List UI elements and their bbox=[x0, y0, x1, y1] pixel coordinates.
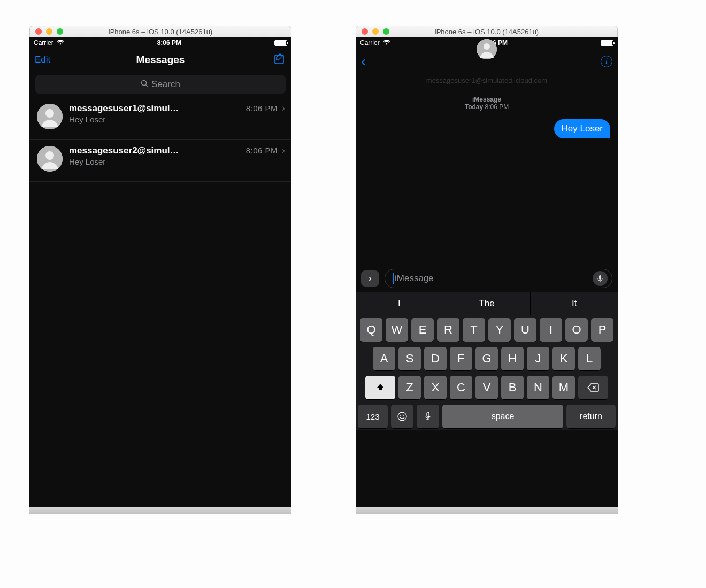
minimize-window-button[interactable] bbox=[46, 28, 52, 35]
svg-rect-9 bbox=[599, 275, 601, 280]
keyboard-row-2: A S D F G H J K L bbox=[358, 347, 616, 370]
key-g[interactable]: G bbox=[475, 347, 498, 370]
chevron-right-icon: › bbox=[369, 274, 371, 283]
conversation-list: messagesuser1@simul… 8:06 PM › Hey Loser… bbox=[29, 97, 291, 182]
close-window-button[interactable] bbox=[362, 28, 368, 35]
compose-button[interactable] bbox=[273, 53, 286, 66]
keyboard-row-4: 123 space return bbox=[358, 405, 616, 428]
key-x[interactable]: X bbox=[424, 376, 447, 399]
recipient-label: messagesuser1@simulated.icloud.com bbox=[356, 75, 618, 88]
backspace-key[interactable] bbox=[578, 376, 608, 399]
key-f[interactable]: F bbox=[450, 347, 472, 370]
carrier-label: Carrier bbox=[34, 39, 53, 47]
key-s[interactable]: S bbox=[398, 347, 421, 370]
conversation-row[interactable]: messagesuser1@simul… 8:06 PM › Hey Loser bbox=[29, 97, 291, 140]
key-i[interactable]: I bbox=[540, 318, 562, 342]
wifi-icon bbox=[383, 39, 390, 47]
back-button[interactable]: ‹ bbox=[361, 54, 366, 69]
prediction-cell[interactable]: I bbox=[356, 292, 443, 315]
keyboard: Q W E R T Y U I O P A S D F G H J K L bbox=[356, 315, 618, 430]
zoom-window-button[interactable] bbox=[383, 28, 389, 35]
chevron-right-icon: › bbox=[282, 103, 285, 114]
wifi-icon bbox=[57, 39, 64, 47]
zoom-window-button[interactable] bbox=[57, 28, 63, 35]
compose-icon bbox=[273, 53, 286, 66]
key-j[interactable]: J bbox=[527, 347, 549, 370]
conversation-time: 8:06 PM bbox=[246, 146, 278, 155]
prediction-cell[interactable]: The bbox=[443, 292, 531, 315]
svg-point-11 bbox=[400, 415, 401, 416]
key-d[interactable]: D bbox=[424, 347, 447, 370]
key-y[interactable]: Y bbox=[488, 318, 511, 342]
apps-button[interactable]: › bbox=[361, 270, 379, 287]
key-n[interactable]: N bbox=[527, 376, 549, 399]
key-q[interactable]: Q bbox=[360, 318, 382, 342]
battery-icon bbox=[274, 40, 287, 46]
chevron-right-icon: › bbox=[282, 145, 285, 156]
close-window-button[interactable] bbox=[35, 28, 42, 35]
keyboard-row-3: Z X C V B N M bbox=[358, 376, 616, 399]
shift-icon bbox=[375, 383, 385, 392]
microphone-icon bbox=[596, 275, 604, 282]
key-c[interactable]: C bbox=[450, 376, 472, 399]
macos-dock bbox=[29, 507, 291, 514]
macos-dock bbox=[356, 507, 618, 514]
key-z[interactable]: Z bbox=[398, 376, 421, 399]
conversation-preview: Hey Loser bbox=[69, 157, 285, 166]
avatar-icon bbox=[37, 146, 63, 172]
return-key[interactable]: return bbox=[566, 405, 616, 428]
message-input[interactable]: iMessage bbox=[385, 269, 612, 288]
key-h[interactable]: H bbox=[501, 347, 524, 370]
shift-key[interactable] bbox=[365, 376, 395, 399]
key-b[interactable]: B bbox=[501, 376, 524, 399]
dictation-button[interactable] bbox=[593, 271, 608, 286]
key-u[interactable]: U bbox=[514, 318, 536, 342]
numbers-key[interactable]: 123 bbox=[358, 405, 388, 428]
key-e[interactable]: E bbox=[411, 318, 434, 342]
svg-rect-13 bbox=[427, 412, 429, 417]
key-l[interactable]: L bbox=[578, 347, 601, 370]
info-button[interactable]: i bbox=[601, 56, 612, 67]
key-o[interactable]: O bbox=[565, 318, 588, 342]
key-t[interactable]: T bbox=[463, 318, 485, 342]
svg-point-10 bbox=[398, 412, 406, 421]
battery-icon bbox=[601, 40, 613, 46]
svg-point-8 bbox=[484, 43, 490, 50]
sent-message-bubble[interactable]: Hey Loser bbox=[554, 119, 610, 138]
key-a[interactable]: A bbox=[373, 347, 395, 370]
search-placeholder: Search bbox=[151, 79, 180, 90]
phone-screen: Carrier 8:06 PM Edit Messages Sear bbox=[29, 37, 291, 507]
minimize-window-button[interactable] bbox=[372, 28, 379, 35]
message-transcript[interactable]: iMessage Today 8:06 PM Hey Loser bbox=[356, 88, 618, 265]
status-bar: Carrier 8:06 PM bbox=[29, 37, 291, 48]
key-m[interactable]: M bbox=[552, 376, 575, 399]
window-titlebar[interactable]: iPhone 6s – iOS 10.0 (14A5261u) bbox=[29, 26, 291, 37]
space-key[interactable]: space bbox=[442, 405, 563, 428]
prediction-cell[interactable]: It bbox=[531, 292, 618, 315]
key-r[interactable]: R bbox=[437, 318, 459, 342]
svg-point-6 bbox=[45, 151, 54, 160]
conversation-row[interactable]: messagesuser2@simul… 8:06 PM › Hey Loser bbox=[29, 140, 291, 182]
edit-button[interactable]: Edit bbox=[35, 55, 50, 65]
text-cursor bbox=[393, 273, 394, 284]
microphone-icon bbox=[424, 412, 432, 421]
nav-bar: Edit Messages bbox=[29, 48, 291, 72]
emoji-key[interactable] bbox=[391, 405, 413, 428]
nav-bar: ‹ i bbox=[356, 48, 618, 75]
avatar-icon bbox=[37, 104, 63, 129]
status-time: 8:06 PM bbox=[157, 39, 181, 47]
window-titlebar[interactable]: iPhone 6s – iOS 10.0 (14A5261u) bbox=[356, 26, 618, 37]
contact-avatar[interactable] bbox=[477, 39, 497, 59]
keyboard-row-1: Q W E R T Y U I O P bbox=[358, 318, 616, 342]
key-p[interactable]: P bbox=[591, 318, 613, 342]
dictation-key[interactable] bbox=[417, 405, 439, 428]
key-k[interactable]: K bbox=[552, 347, 575, 370]
conversation-preview: Hey Loser bbox=[69, 115, 285, 124]
svg-point-4 bbox=[45, 109, 54, 118]
predictive-text-bar: I The It bbox=[356, 292, 618, 315]
svg-point-12 bbox=[403, 415, 404, 416]
key-w[interactable]: W bbox=[386, 318, 408, 342]
search-field[interactable]: Search bbox=[35, 75, 286, 94]
key-v[interactable]: V bbox=[475, 376, 498, 399]
conversation-name: messagesuser1@simul… bbox=[69, 103, 242, 114]
